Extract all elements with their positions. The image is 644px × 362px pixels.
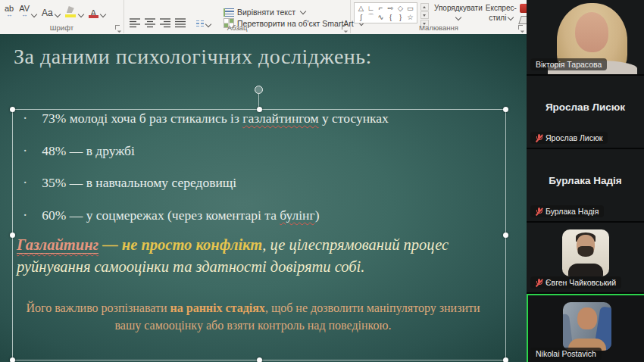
definition-term: Газлайтинг [17, 236, 98, 254]
align-text-icon [224, 8, 234, 17]
resize-handle-w[interactable] [10, 232, 15, 238]
shape-star[interactable]: ☆ [405, 13, 415, 22]
chevron-down-icon [455, 14, 461, 20]
chevron-down-icon [300, 8, 306, 14]
muted-mic-icon [536, 134, 542, 142]
font-group-label: Шрифт [0, 23, 123, 32]
chevron-down-icon [100, 11, 106, 17]
participant-center-name: Бурлака Надія [527, 175, 644, 186]
participant-tile-active-speaker[interactable]: Nikolai Postavich [527, 294, 644, 362]
resize-handle-s[interactable] [257, 357, 262, 362]
bullet-item[interactable]: 60% — у соцмережах (через коментарі та б… [23, 208, 389, 223]
shapes-scroll-up[interactable] [420, 3, 429, 11]
arrange-button[interactable]: Упорядкувати [434, 2, 483, 20]
definition-paragraph[interactable]: Газлайтинг — не просто конфлікт, це ціле… [17, 234, 492, 278]
muted-mic-icon [536, 208, 542, 216]
note-bold: на ранніх стадіях [170, 301, 265, 314]
misspelled-word: газлайтингом [242, 111, 318, 126]
drawing-dialog-launcher[interactable] [517, 24, 524, 31]
resize-handle-se[interactable] [503, 357, 508, 362]
chevron-down-icon [508, 14, 514, 20]
chevron-down-icon [78, 11, 84, 17]
shape-brace-left[interactable]: { [386, 13, 395, 22]
bullet-list: 73% молоді хоча б раз стикались із газла… [23, 111, 389, 240]
ribbon-group-font: ab ↔ AV ↔ Aa [0, 0, 124, 33]
chevron-down-icon [31, 11, 37, 17]
participant-center-name: Ярослав Лисюк [527, 101, 644, 113]
change-case-button[interactable]: Aa [42, 8, 60, 18]
shapes-gallery: △ ∟ ⌐ ⇨ ◇ ▭ ʃ ⌒ ∿ { } ☆ [354, 2, 417, 23]
participant-avatar [562, 229, 609, 276]
misspelled-word: булінг [280, 208, 314, 223]
ribbon-group-drawing: △ ∟ ⌐ ⇨ ◇ ▭ ʃ ⌒ ∿ { } ☆ [351, 0, 527, 33]
paragraph-group-label: Абзац [124, 23, 350, 32]
screen: ab ↔ AV ↔ Aa [0, 0, 644, 362]
resize-handle-sw[interactable] [10, 357, 15, 362]
shape-scribble[interactable]: ʃ [356, 13, 366, 22]
slide-canvas[interactable]: За даними психологічних досліджень: 73% … [0, 34, 527, 362]
participant-name-badge: Євген Чайковський [530, 276, 621, 289]
participant-tile[interactable]: Євген Чайковський [527, 223, 644, 292]
note-paragraph[interactable]: Його важливо розпізнавати на ранніх стад… [26, 300, 480, 334]
shape-angle[interactable]: ∟ [366, 4, 376, 13]
bullet-item[interactable]: 73% молоді хоча б раз стикались із газла… [23, 111, 389, 126]
resize-handle-nw[interactable] [10, 107, 15, 112]
participant-tile[interactable]: Ярослав Лисюк Ярослав Лисюк [527, 76, 644, 148]
highlighter-icon [65, 6, 77, 18]
kerning-button[interactable]: AV ↔ [19, 5, 36, 18]
slide-title[interactable]: За даними психологічних досліджень: [14, 45, 372, 69]
drawing-group-label: Малювання [351, 23, 527, 32]
participant-tile-video[interactable]: Вікторія Тарасова [527, 0, 644, 74]
shape-rectangle[interactable]: ▭ [405, 4, 415, 13]
resize-handle-ne[interactable] [503, 107, 508, 112]
character-spacing-button[interactable]: ab ↔ [5, 5, 14, 18]
ribbon: ab ↔ AV ↔ Aa [0, 0, 527, 35]
shape-triangle[interactable]: △ [356, 4, 366, 13]
shape-arc[interactable]: ⌒ [366, 13, 376, 22]
shape-arrow[interactable]: ⇨ [386, 4, 395, 13]
participant-name-badge: Бурлака Надія [530, 205, 604, 217]
text-highlight-button[interactable] [65, 6, 83, 18]
shape-brace-right[interactable]: } [395, 13, 405, 22]
shapes-scroll-down[interactable] [420, 11, 429, 19]
participants-sidebar: Вікторія Тарасова Ярослав Лисюк Ярослав … [527, 0, 644, 362]
bullet-item[interactable]: 48% — в дружбі [23, 144, 389, 158]
change-case-icon: Aa [42, 8, 53, 18]
rotate-handle[interactable] [255, 86, 263, 94]
participant-tile[interactable]: Бурлака Надія Бурлака Надія [527, 149, 644, 221]
participant-name-badge: Вікторія Тарасова [530, 58, 607, 70]
participant-avatar [563, 302, 611, 351]
align-text-button[interactable]: Вирівняти текст [224, 8, 364, 17]
participant-name-badge: Nikolai Postavich [530, 348, 602, 360]
definition-bold: не просто конфлікт [122, 236, 262, 253]
participant-name-badge: Ярослав Лисюк [530, 132, 608, 144]
font-color-icon: A [89, 6, 98, 18]
font-color-button[interactable]: A [89, 6, 105, 18]
shape-curve[interactable]: ∿ [376, 13, 386, 22]
ribbon-group-paragraph: Вирівняти текст Перетворити на об'єкт Sm… [124, 0, 351, 33]
bullet-item[interactable]: 35% — в навчальному середовищі [23, 176, 389, 190]
quick-styles-button[interactable]: Експрес- стилі [486, 2, 517, 23]
chevron-down-icon [55, 11, 61, 17]
muted-mic-icon [536, 279, 542, 287]
font-dialog-launcher[interactable] [114, 24, 121, 31]
shape-diamond[interactable]: ◇ [395, 4, 405, 13]
resize-handle-e[interactable] [503, 232, 508, 238]
shape-corner[interactable]: ⌐ [376, 4, 386, 13]
paragraph-dialog-launcher[interactable] [341, 24, 348, 31]
